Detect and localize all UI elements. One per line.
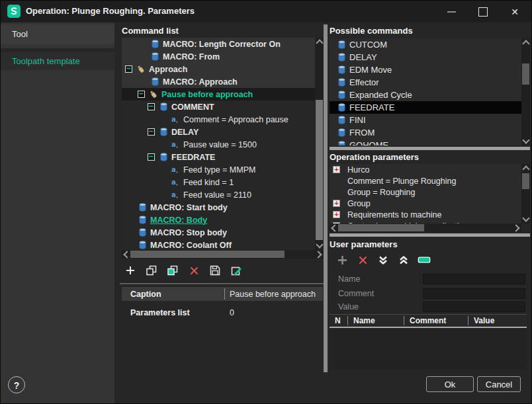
collapse-toggle-icon[interactable]: − xyxy=(148,103,155,110)
command-list-item[interactable]: a,Pause value = 1500 xyxy=(122,138,315,151)
command-list-item[interactable]: −COMMENT xyxy=(122,101,315,113)
cancel-button[interactable]: Cancel xyxy=(477,376,521,392)
minimize-button[interactable] xyxy=(440,1,463,22)
scroll-up-icon[interactable] xyxy=(522,165,529,173)
add-button[interactable] xyxy=(335,253,349,266)
copy-button[interactable] xyxy=(145,264,158,277)
property-name: Parameters list xyxy=(122,308,230,317)
ok-button[interactable]: Ok xyxy=(426,376,474,392)
command-list-item[interactable]: MACRO: Stop body xyxy=(122,226,315,239)
possible-command-item[interactable]: GOHOME xyxy=(330,139,521,145)
command-name: FINI xyxy=(349,115,366,125)
command-list-item[interactable]: MACRO: From xyxy=(122,50,315,63)
command-list-item[interactable]: MACRO: Length Corrector On xyxy=(122,38,315,50)
command-list-horizontal-scrollbar[interactable] xyxy=(122,250,324,259)
command-list-toolbar xyxy=(124,264,243,277)
sidebar-item-tool[interactable]: Tool xyxy=(1,24,114,44)
save-button[interactable] xyxy=(208,264,222,277)
possible-command-item[interactable]: FEEDRATE xyxy=(330,101,521,114)
operation-parameter-item[interactable]: +Hurco xyxy=(330,164,521,175)
possible-command-item[interactable]: Expanded Cycle xyxy=(330,89,521,101)
copy-into-button[interactable] xyxy=(166,264,179,277)
property-row-caption[interactable]: Caption Pause before approach xyxy=(122,287,323,301)
command-list-item[interactable]: −DELAY xyxy=(122,126,315,138)
user-parameters-table-body[interactable] xyxy=(330,328,527,370)
command-list-item[interactable]: −Approach xyxy=(122,63,315,75)
property-row-parameters-list[interactable]: Parameters list 0 xyxy=(122,305,323,319)
scrollbar-thumb[interactable] xyxy=(130,251,285,258)
column-header-n: N xyxy=(330,316,348,325)
expand-toggle-icon[interactable]: + xyxy=(333,166,340,173)
scroll-right-icon[interactable] xyxy=(314,251,322,258)
value-input[interactable] xyxy=(423,302,525,312)
delete-button[interactable] xyxy=(187,264,200,277)
delete-button[interactable] xyxy=(356,253,369,266)
close-button[interactable]: ✕ xyxy=(504,1,526,22)
command-list-item[interactable]: MACRO: Start body xyxy=(122,201,315,214)
scroll-up-icon[interactable] xyxy=(316,39,323,46)
scrollbar-thumb[interactable] xyxy=(522,173,529,189)
possible-command-item[interactable]: FINI xyxy=(330,114,521,126)
move-down-button[interactable] xyxy=(377,253,390,266)
move-up-button[interactable] xyxy=(397,253,410,266)
possible-command-item[interactable]: Effector xyxy=(330,76,521,89)
name-label: Name xyxy=(330,274,423,284)
scroll-down-icon[interactable] xyxy=(522,214,529,222)
command-list-header: Command list xyxy=(122,26,179,36)
expand-toggle-icon[interactable]: + xyxy=(333,200,340,207)
operation-parameters-horizontal-scrollbar[interactable] xyxy=(330,223,521,232)
help-button[interactable]: ? xyxy=(8,376,25,393)
command-list-item[interactable]: a,Feed value = 2110 xyxy=(122,188,315,201)
operation-parameter-item[interactable]: +Requirements to machine xyxy=(330,209,521,220)
horizontal-splitter[interactable] xyxy=(330,147,530,150)
svg-text:a: a xyxy=(171,179,176,186)
scroll-left-icon[interactable] xyxy=(331,224,338,231)
command-name: Expanded Cycle xyxy=(349,90,412,100)
command-list-item[interactable]: MACRO: Approach xyxy=(122,75,315,88)
command-list-item[interactable]: −FEEDRATE xyxy=(122,151,315,163)
insert-row-button[interactable] xyxy=(418,253,431,266)
scrollbar-thumb[interactable] xyxy=(522,63,529,85)
edit-button[interactable] xyxy=(230,264,243,277)
collapse-toggle-icon[interactable]: − xyxy=(148,128,155,136)
scroll-right-icon[interactable] xyxy=(512,224,519,231)
command-name: Effector xyxy=(349,77,379,87)
possible-command-item[interactable]: CUTCOM xyxy=(330,38,521,51)
scroll-left-icon[interactable] xyxy=(123,251,130,258)
command-list-item[interactable]: MACRO: Coolant Off xyxy=(122,239,315,250)
possible-command-item[interactable]: DELAY xyxy=(330,51,521,63)
collapse-toggle-icon[interactable]: − xyxy=(125,65,132,73)
command-list-item[interactable]: a,Feed kind = 1 xyxy=(122,176,315,188)
possible-commands-scrollbar[interactable] xyxy=(521,38,530,145)
command-list-vertical-scrollbar[interactable] xyxy=(315,38,324,250)
dialog-window: Operation: Plunge Roughing. Parameters ✕… xyxy=(0,0,532,404)
operation-parameters-vertical-scrollbar[interactable] xyxy=(521,164,530,223)
operation-parameter-item[interactable]: Comment = Plunge Roughing xyxy=(330,175,521,186)
scroll-up-icon[interactable] xyxy=(522,40,529,47)
add-button[interactable] xyxy=(124,264,137,277)
sidebar-item-toolpath-template[interactable]: Toolpath template xyxy=(1,48,114,70)
horizontal-splitter[interactable] xyxy=(330,233,530,237)
command-label: Feed kind = 1 xyxy=(183,178,234,187)
command-list-item[interactable]: −Pause before approach xyxy=(122,88,315,101)
command-list-item[interactable]: a,Comment = Approach pause xyxy=(122,113,315,126)
name-input[interactable] xyxy=(423,274,525,284)
param-icon: a, xyxy=(171,190,180,200)
scrollbar-thumb[interactable] xyxy=(316,100,323,240)
expand-toggle-icon[interactable]: + xyxy=(333,211,340,218)
command-list-item[interactable]: a,Feed type = MMPM xyxy=(122,163,315,176)
possible-command-item[interactable]: EDM Move xyxy=(330,63,521,76)
operation-parameter-item[interactable]: +Group xyxy=(330,198,521,209)
scroll-down-icon[interactable] xyxy=(316,241,323,248)
comment-input[interactable] xyxy=(423,288,525,299)
possible-command-item[interactable]: FROM xyxy=(330,126,521,139)
maximize-button[interactable] xyxy=(472,1,494,22)
scrollbar-thumb[interactable] xyxy=(338,224,424,231)
operation-parameter-item[interactable]: Group = Roughing xyxy=(330,186,521,198)
command-label: Pause value = 1500 xyxy=(183,140,257,149)
vertical-splitter[interactable] xyxy=(324,24,328,372)
collapse-toggle-icon[interactable]: − xyxy=(148,153,155,161)
command-list-item[interactable]: MACRO: Body xyxy=(122,214,315,226)
scroll-down-icon[interactable] xyxy=(522,136,529,143)
collapse-toggle-icon[interactable]: − xyxy=(138,91,145,98)
